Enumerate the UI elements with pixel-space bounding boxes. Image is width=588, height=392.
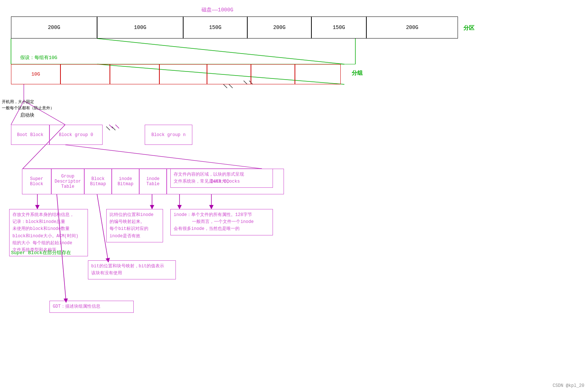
block-group-n: Block group n <box>145 125 192 145</box>
desc-gdt: GDT：描述块组属性信息 <box>49 301 134 313</box>
desc-inode: inode：单个文件的所有属性。128字节 一般而言，一个文件一个inode 会… <box>170 209 273 235</box>
group-cell-2 <box>60 64 110 84</box>
group-cell-3 <box>110 64 159 84</box>
diagram-container: 磁盘——1000G 200G 100G 150G 200G 150G 200G … <box>0 0 588 392</box>
svg-line-12 <box>229 84 233 88</box>
group-cell-6 <box>251 64 295 84</box>
watermark: CSDN @kpl_20 <box>553 383 584 388</box>
partition-150g-2: 150G <box>311 17 366 39</box>
boot-block: Boot Block <box>11 125 49 145</box>
partition-150g-1: 150G <box>183 17 247 39</box>
partition-200g-2: 200G <box>247 17 311 39</box>
super-block-exists-text: Super Block在部分组存在 <box>11 249 71 256</box>
group-cell-10g: 10G <box>11 64 60 84</box>
partition-100g: 100G <box>97 17 183 39</box>
detail-block-bitmap: BlockBitmap <box>84 169 112 194</box>
detail-inode-bitmap: inodeBitmap <box>112 169 139 194</box>
partition-200g-3: 200G <box>366 17 458 39</box>
svg-line-9 <box>65 145 262 169</box>
startup-text: 开机用，大小固定 一般每个区都有（防止意外） <box>2 99 54 111</box>
svg-line-3 <box>97 39 344 64</box>
partition-200g-1: 200G <box>11 17 97 39</box>
group-cell-5 <box>207 64 251 84</box>
group-cell-7 <box>295 64 341 84</box>
detail-group-descriptor: GroupDescriptorTable <box>51 169 84 194</box>
diagram-lines <box>0 0 588 392</box>
group-cell-4 <box>159 64 207 84</box>
group-label: 分组 <box>352 70 363 77</box>
detail-inode-table: inodeTable <box>139 169 167 194</box>
assumption-text: 假设：每组有10G <box>20 54 57 61</box>
partition-row: 200G 100G 150G 200G 150G 200G <box>11 17 458 39</box>
svg-line-11 <box>223 84 227 88</box>
desc-block-bitmap: bit的位置和块号映射，bit的值表示 该块有没有使用 <box>88 260 176 279</box>
group-row: 10G <box>11 64 355 84</box>
desc-inode-bitmap: 比特位的位置和inode 的编号映射起来。 每个bit标识对应的 inode是否… <box>106 209 163 242</box>
block-group-0: Block group 0 <box>49 125 103 145</box>
desc-data-blocks: 存文件内容的区域，以块的形式呈现 文件系统块，常见是4KB大小 <box>170 169 273 188</box>
disk-label: 磁盘——1000G <box>201 7 233 13</box>
partition-label: 分区 <box>463 25 474 32</box>
bootblock-row: Boot Block Block group 0 Block group n <box>11 125 192 145</box>
startup-block-label: 启动块 <box>20 112 34 118</box>
detail-super-block: SuperBlock <box>22 169 51 194</box>
